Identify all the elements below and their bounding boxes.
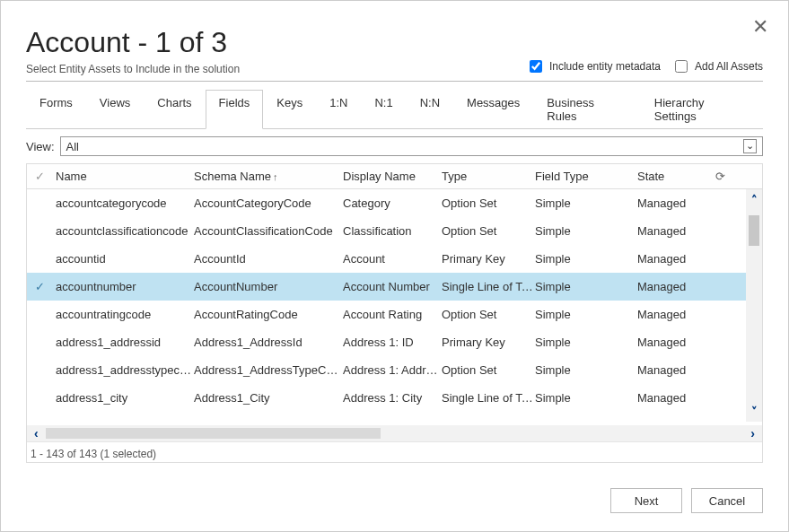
add-all-assets-checkbox[interactable]: Add All Assets (671, 57, 763, 75)
cell-field: Simple (535, 419, 637, 422)
cell-schema: AccountCategoryCode (194, 196, 343, 210)
next-button[interactable]: Next (610, 488, 682, 513)
cell-display: Address 1: ID (343, 336, 442, 349)
cell-field: Simple (535, 196, 637, 210)
cell-state: Managed (637, 196, 709, 210)
cell-display: Account Number (343, 280, 442, 293)
cell-display: Address 1: Addr… (343, 363, 442, 377)
cell-display: Address 1: City (343, 391, 442, 405)
table-row[interactable]: accountidAccountIdAccountPrimary KeySimp… (27, 245, 762, 273)
sort-asc-icon: ↑ (273, 171, 278, 182)
cell-field: Simple (535, 252, 637, 266)
view-select[interactable]: All ⌄ (60, 136, 763, 156)
hscroll-thumb[interactable] (46, 428, 381, 439)
table-row[interactable]: accountcategorycodeAccountCategoryCodeCa… (27, 189, 762, 217)
horizontal-scrollbar[interactable]: ‹ › (27, 425, 762, 441)
tab-forms[interactable]: Forms (26, 90, 86, 129)
cell-type: Single Line of Text (442, 391, 535, 405)
hscroll-track[interactable] (46, 428, 744, 439)
cell-schema: AccountRatingCode (194, 308, 343, 321)
cell-state: Managed (637, 252, 709, 266)
tab-keys[interactable]: Keys (263, 90, 316, 129)
cell-state: Managed (637, 224, 709, 238)
table-row[interactable]: accountclassificationcodeAccountClassifi… (27, 217, 762, 245)
include-metadata-checkbox[interactable]: Include entity metadata (526, 57, 661, 75)
row-check[interactable]: ✓ (27, 280, 52, 293)
cell-field: Simple (535, 280, 637, 293)
cell-name: accountcategorycode (52, 196, 194, 210)
cell-state: Managed (637, 419, 709, 422)
scroll-thumb[interactable] (749, 215, 759, 246)
cell-field: Simple (535, 391, 637, 405)
table-row[interactable]: address1_compositeAddress1_CompositeAddr… (27, 412, 762, 422)
col-header-state[interactable]: State (637, 170, 709, 183)
table-row[interactable]: ✓accountnumberAccountNumberAccount Numbe… (27, 273, 762, 301)
col-header-schema[interactable]: Schema Name↑ (194, 170, 343, 183)
cell-name: accountid (52, 252, 194, 266)
view-selected: All (66, 140, 79, 153)
tab-hierarchy-settings[interactable]: Hierarchy Settings (641, 90, 763, 129)
grid-body: accountcategorycodeAccountCategoryCodeCa… (27, 189, 762, 422)
scroll-down-icon[interactable]: ˅ (751, 401, 758, 422)
select-all-header[interactable]: ✓ (27, 170, 52, 183)
col-header-name[interactable]: Name (52, 170, 194, 183)
col-header-type[interactable]: Type (442, 170, 535, 183)
add-all-assets-label: Add All Assets (695, 60, 763, 73)
cell-field: Simple (535, 224, 637, 238)
col-header-display[interactable]: Display Name (343, 170, 442, 183)
scroll-track[interactable] (746, 210, 762, 401)
cell-state: Managed (637, 391, 709, 405)
solution-assets-dialog: ✕ Account - 1 of 3 Select Entity Assets … (0, 0, 789, 532)
table-row[interactable]: address1_cityAddress1_CityAddress 1: Cit… (27, 384, 762, 412)
cell-field: Simple (535, 308, 637, 321)
tab-1n[interactable]: 1:N (316, 90, 361, 129)
table-row[interactable]: address1_addressidAddress1_AddressIdAddr… (27, 328, 762, 356)
cell-name: address1_addressid (52, 336, 194, 349)
vertical-scrollbar[interactable]: ˄ ˅ (746, 189, 762, 422)
cell-state: Managed (637, 308, 709, 321)
grid-header: ✓ Name Schema Name↑ Display Name Type Fi… (27, 164, 762, 189)
tab-n1[interactable]: N:1 (361, 90, 406, 129)
cell-display: Category (343, 196, 442, 210)
cell-name: address1_city (52, 391, 194, 405)
cell-type: Multiple Lines of… (442, 419, 535, 422)
tab-nn[interactable]: N:N (407, 90, 453, 129)
table-row[interactable]: accountratingcodeAccountRatingCodeAccoun… (27, 301, 762, 328)
cell-type: Single Line of Text (442, 280, 535, 293)
cell-display: Account Rating (343, 308, 442, 321)
cell-schema: AccountNumber (194, 280, 343, 293)
col-header-field[interactable]: Field Type (535, 170, 637, 183)
cell-field: Simple (535, 336, 637, 349)
table-row[interactable]: address1_addresstypecodeAddress1_Address… (27, 356, 762, 384)
cell-type: Option Set (442, 196, 535, 210)
close-icon[interactable]: ✕ (752, 17, 768, 37)
tab-business-rules[interactable]: Business Rules (533, 90, 641, 129)
cell-type: Primary Key (442, 336, 535, 349)
view-row: View: All ⌄ (26, 136, 763, 156)
options-row: Include entity metadata Add All Assets (26, 57, 763, 82)
cancel-button[interactable]: Cancel (691, 488, 763, 513)
cell-name: address1_addresstypecode (52, 363, 194, 377)
add-all-assets-input[interactable] (675, 60, 688, 73)
fields-grid: ✓ Name Schema Name↑ Display Name Type Fi… (26, 163, 763, 463)
cell-schema: Address1_Composite (194, 419, 343, 422)
cell-schema: Address1_AddressTypeCode (194, 363, 343, 377)
dialog-footer: Next Cancel (26, 488, 763, 513)
cell-state: Managed (637, 336, 709, 349)
tab-charts[interactable]: Charts (144, 90, 205, 129)
scroll-up-icon[interactable]: ˄ (751, 189, 758, 210)
view-label: View: (26, 140, 55, 153)
cell-schema: Address1_City (194, 391, 343, 405)
tab-fields[interactable]: Fields (206, 90, 264, 129)
tab-views[interactable]: Views (86, 90, 144, 129)
cell-display: Address 1 (343, 419, 442, 422)
cell-state: Managed (637, 363, 709, 377)
cell-schema: AccountClassificationCode (194, 224, 343, 238)
include-metadata-input[interactable] (530, 60, 542, 73)
col-header-schema-text: Schema Name (194, 170, 271, 183)
refresh-icon[interactable]: ⟳ (709, 170, 731, 183)
tab-messages[interactable]: Messages (453, 90, 533, 129)
scroll-right-icon[interactable]: › (743, 426, 762, 440)
scroll-left-icon[interactable]: ‹ (27, 426, 46, 440)
cell-name: accountratingcode (52, 308, 194, 321)
